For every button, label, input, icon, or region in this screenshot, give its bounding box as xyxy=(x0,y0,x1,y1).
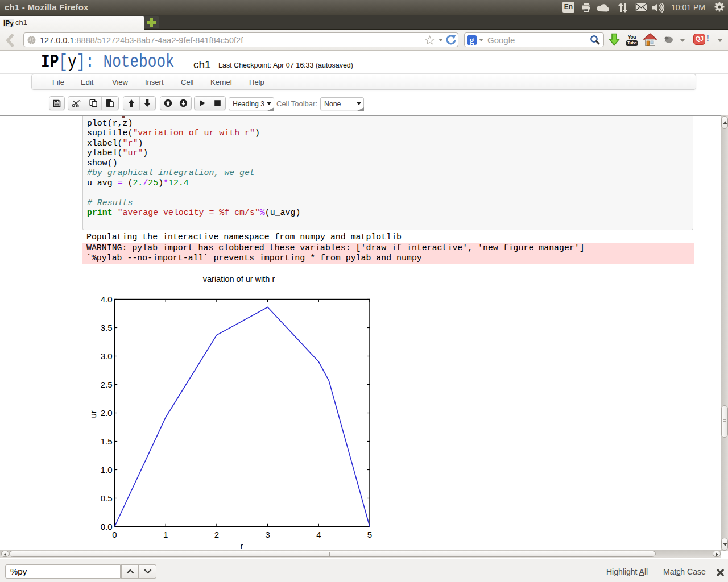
svg-text:2.5: 2.5 xyxy=(101,380,113,389)
svg-text:0.0: 0.0 xyxy=(101,522,113,531)
svg-text:4: 4 xyxy=(316,530,321,539)
svg-text:3: 3 xyxy=(265,530,270,539)
svg-text:ur: ur xyxy=(88,410,98,418)
svg-text:variation of ur with r: variation of ur with r xyxy=(203,275,275,284)
svg-text:1.5: 1.5 xyxy=(101,436,113,446)
svg-text:r: r xyxy=(241,541,243,551)
svg-text:3.5: 3.5 xyxy=(101,323,113,332)
svg-text:2.0: 2.0 xyxy=(101,408,113,418)
svg-text:3.0: 3.0 xyxy=(101,351,113,361)
svg-text:4.0: 4.0 xyxy=(101,294,113,304)
svg-text:1.0: 1.0 xyxy=(101,465,113,475)
svg-text:2: 2 xyxy=(214,530,219,539)
svg-text:g: g xyxy=(470,35,474,45)
svg-text:1: 1 xyxy=(163,530,168,539)
svg-text:5: 5 xyxy=(367,530,372,539)
svg-text:0: 0 xyxy=(112,530,117,539)
svg-text:0.5: 0.5 xyxy=(101,493,113,503)
